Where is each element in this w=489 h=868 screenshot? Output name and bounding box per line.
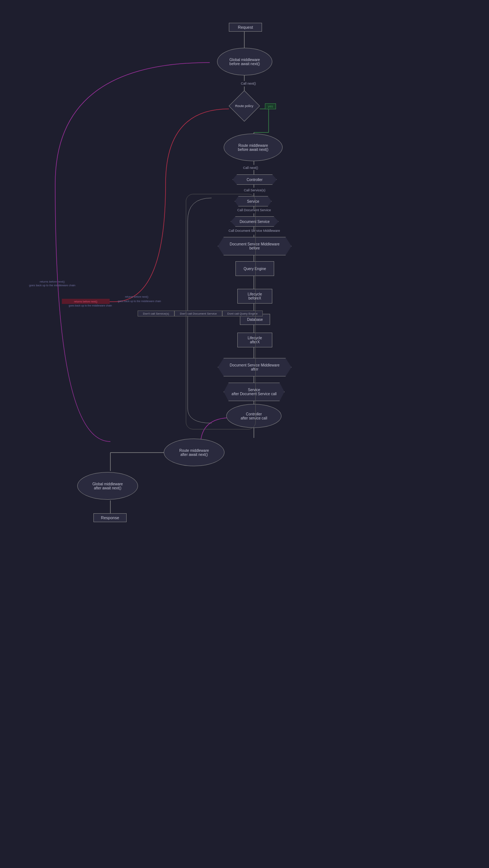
returns-before-next-annotation: returns before next()goes back up to the…: [23, 278, 82, 289]
returns-before-next-red-sub: goes back up to the middleware chain: [62, 303, 119, 308]
response-node: Response: [93, 513, 127, 522]
route-yes-label: yes: [265, 103, 276, 109]
controller-node: Controller: [233, 174, 277, 185]
service-calls-loop-border: [186, 194, 256, 429]
route-middleware-after-node: Route middlewareafter await next(): [164, 439, 224, 466]
request-node: Request: [229, 23, 262, 32]
global-middleware-after-node: Global middlewareafter await next(): [77, 472, 138, 500]
flow-diagram: Request Global middlewarebefore await ne…: [0, 0, 489, 868]
flow-lines: [0, 0, 489, 868]
call-next-2-node: Call next(): [234, 164, 267, 171]
route-policy-node: Route policy: [229, 91, 260, 122]
global-middleware-before-node: Global middlewarebefore await next(): [217, 48, 272, 75]
call-services-node: Call Service(s): [233, 187, 277, 194]
dont-call-services-label: Don't call Service(s): [138, 311, 174, 316]
returns-before-next-2-annotation: returns before next(): [108, 294, 165, 299]
route-middleware-before-node: Route middlewarebefore await next(): [224, 134, 283, 161]
call-next-1-node: Call next(): [232, 80, 265, 87]
returns-before-next-2-sub: goes back up to the middleware chain: [108, 299, 171, 303]
